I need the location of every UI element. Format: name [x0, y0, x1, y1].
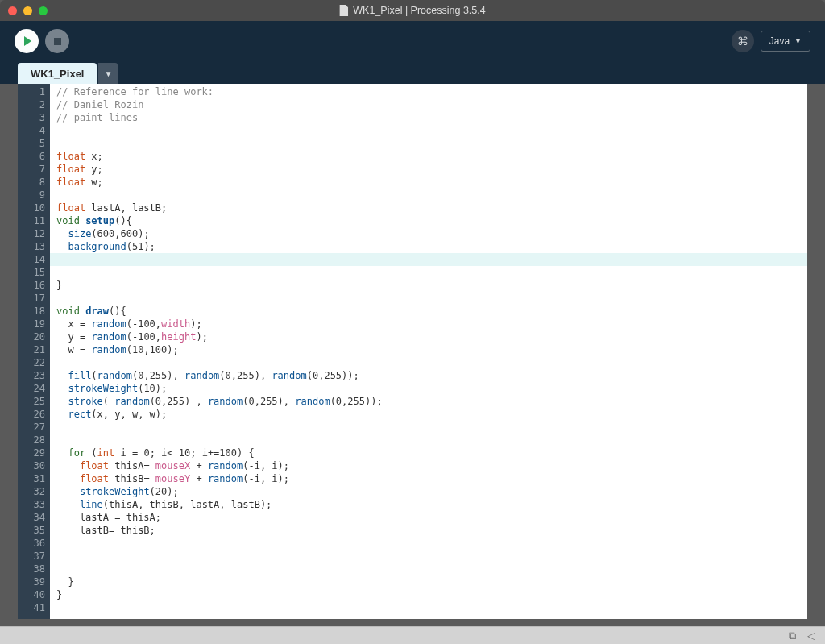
tab-bar: WK1_Pixel ▼ — [0, 61, 825, 84]
line-number: 30 — [18, 459, 50, 472]
code-line[interactable]: void draw(){ — [56, 305, 807, 318]
code-line[interactable]: float thisA= mouseX + random(-i, i); — [56, 459, 807, 472]
code-line[interactable]: for (int i = 0; i< 10; i+=100) { — [56, 447, 807, 459]
line-number: 14 — [18, 253, 50, 266]
code-line[interactable]: } — [56, 279, 807, 292]
code-line[interactable]: strokeWeight(20); — [56, 485, 807, 498]
code-line[interactable]: // Reference for line work: — [56, 85, 807, 98]
code-area[interactable]: // Reference for line work:// Daniel Roz… — [50, 84, 807, 619]
line-number: 38 — [18, 563, 50, 575]
line-number: 18 — [18, 305, 50, 318]
caret-left-icon[interactable]: ◁ — [807, 629, 815, 642]
code-line[interactable]: float x; — [56, 150, 807, 163]
window-title: WK1_Pixel | Processing 3.5.4 — [353, 5, 485, 16]
code-line[interactable]: background(51); — [56, 240, 807, 253]
mode-selector[interactable]: Java ▼ — [761, 31, 810, 52]
run-button[interactable] — [15, 29, 39, 53]
line-number: 17 — [18, 292, 50, 305]
code-line[interactable]: w = random(10,100); — [56, 343, 807, 356]
line-number: 23 — [18, 369, 50, 382]
line-number: 3 — [18, 111, 50, 124]
code-line[interactable] — [56, 563, 807, 575]
titlebar: WK1_Pixel | Processing 3.5.4 — [0, 0, 825, 21]
code-line[interactable] — [56, 601, 807, 614]
line-number: 5 — [18, 137, 50, 150]
line-number: 20 — [18, 330, 50, 343]
debugger-button[interactable]: ⌘ — [732, 30, 754, 52]
chevron-down-icon: ▼ — [794, 37, 802, 45]
line-number: 1 — [18, 85, 50, 98]
chevron-down-icon: ▼ — [105, 69, 113, 78]
traffic-lights — [0, 6, 48, 15]
code-line[interactable]: fill(random(0,255), random(0,255), rando… — [56, 369, 807, 382]
line-number: 12 — [18, 227, 50, 240]
close-window-button[interactable] — [8, 6, 17, 15]
line-number: 13 — [18, 240, 50, 253]
tab-active[interactable]: WK1_Pixel — [18, 63, 97, 84]
code-line[interactable]: } — [56, 588, 807, 601]
line-number: 9 — [18, 189, 50, 202]
code-line[interactable]: float w; — [56, 176, 807, 189]
line-number: 22 — [18, 356, 50, 369]
mode-label: Java — [769, 35, 790, 47]
code-line[interactable]: float thisB= mouseY + random(-i, i); — [56, 472, 807, 485]
code-line[interactable]: y = random(-100,height); — [56, 330, 807, 343]
code-line[interactable]: line(thisA, thisB, lastA, lastB); — [56, 498, 807, 511]
code-line[interactable] — [56, 124, 807, 137]
code-line[interactable]: void setup(){ — [56, 214, 807, 227]
line-number: 36 — [18, 537, 50, 550]
code-line[interactable]: float y; — [56, 163, 807, 176]
code-line[interactable] — [56, 434, 807, 447]
code-line[interactable] — [56, 266, 807, 279]
code-line[interactable] — [50, 253, 807, 266]
stop-icon — [54, 38, 61, 45]
code-line[interactable]: x = random(-100,width); — [56, 318, 807, 330]
line-gutter: 1234567891011121314151617181920212223242… — [18, 84, 50, 619]
tab-dropdown-button[interactable]: ▼ — [98, 63, 118, 84]
line-number: 39 — [18, 575, 50, 588]
line-number: 37 — [18, 550, 50, 563]
code-line[interactable]: float lastA, lastB; — [56, 202, 807, 214]
line-number: 28 — [18, 434, 50, 447]
toolbar: ⌘ Java ▼ — [0, 21, 825, 61]
line-number: 2 — [18, 98, 50, 111]
code-line[interactable]: // Daniel Rozin — [56, 98, 807, 111]
toolbar-right: ⌘ Java ▼ — [732, 30, 810, 52]
code-line[interactable]: stroke( random(0,255) , random(0,255), r… — [56, 395, 807, 408]
stop-button[interactable] — [45, 29, 69, 53]
code-line[interactable] — [56, 537, 807, 550]
butterfly-icon: ⌘ — [737, 35, 748, 48]
line-number: 10 — [18, 202, 50, 214]
code-line[interactable]: lastA = thisA; — [56, 511, 807, 524]
line-number: 26 — [18, 408, 50, 421]
play-icon — [24, 36, 31, 46]
line-number: 19 — [18, 318, 50, 330]
code-line[interactable] — [56, 421, 807, 434]
line-number: 31 — [18, 472, 50, 485]
code-line[interactable] — [56, 189, 807, 202]
code-line[interactable] — [56, 292, 807, 305]
line-number: 35 — [18, 524, 50, 537]
line-number: 8 — [18, 176, 50, 189]
code-line[interactable] — [56, 550, 807, 563]
window-title-group: WK1_Pixel | Processing 3.5.4 — [339, 5, 485, 16]
code-line[interactable]: size(600,600); — [56, 227, 807, 240]
minimize-window-button[interactable] — [23, 6, 32, 15]
line-number: 24 — [18, 382, 50, 395]
line-number: 34 — [18, 511, 50, 524]
copy-icon[interactable]: ⧉ — [789, 629, 796, 642]
line-number: 40 — [18, 588, 50, 601]
code-line[interactable]: strokeWeight(10); — [56, 382, 807, 395]
code-line[interactable] — [56, 356, 807, 369]
code-line[interactable] — [56, 137, 807, 150]
code-line[interactable]: lastB= thisB; — [56, 524, 807, 537]
line-number: 6 — [18, 150, 50, 163]
code-line[interactable]: } — [56, 575, 807, 588]
code-line[interactable]: // paint lines — [56, 111, 807, 124]
tab-label: WK1_Pixel — [31, 68, 84, 80]
line-number: 29 — [18, 447, 50, 459]
status-bar: ⧉ ◁ — [0, 626, 825, 644]
code-line[interactable]: rect(x, y, w, w); — [56, 408, 807, 421]
maximize-window-button[interactable] — [39, 6, 48, 15]
line-number: 7 — [18, 163, 50, 176]
